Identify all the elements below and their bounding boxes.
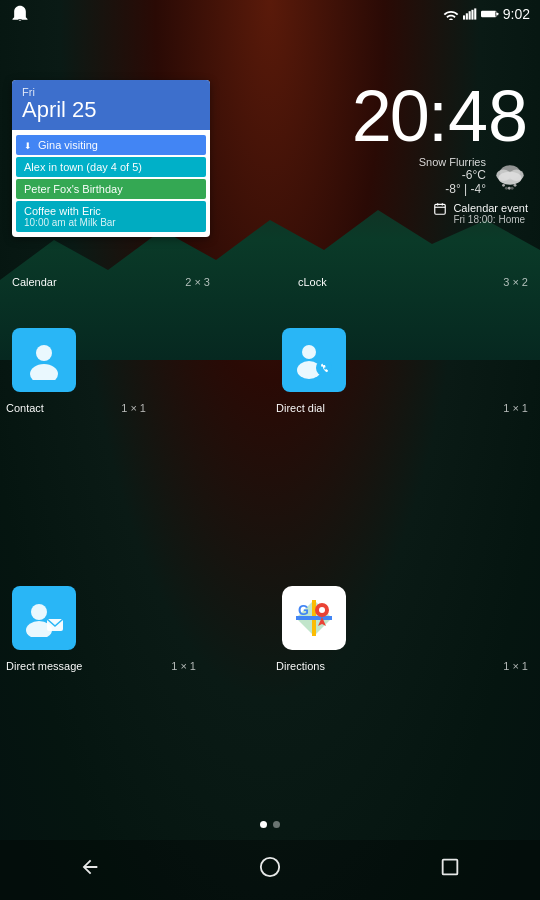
svg-rect-5: [481, 11, 496, 17]
clock-widget-label-row: cLock 3 × 2: [298, 276, 528, 288]
main-content: Fri April 25 ⬇ Gina visiting Alex in tow…: [0, 28, 540, 840]
clock-widget[interactable]: 20 : 48 Snow Flurries -6°C -8° | -4°: [352, 80, 528, 225]
calendar-label: Calendar: [12, 276, 57, 288]
clock-display: 20 : 48: [352, 80, 528, 152]
directions-label-row: Directions 1 × 1: [276, 660, 528, 672]
weather-condition: Snow Flurries: [419, 156, 486, 168]
svg-point-26: [31, 604, 47, 620]
clock-size: 3 × 2: [503, 276, 528, 288]
direct-dial-size: 1 × 1: [503, 402, 528, 414]
temp-value: -6°C: [462, 168, 486, 182]
person-message-icon: [23, 599, 65, 637]
svg-point-12: [502, 184, 505, 187]
svg-point-33: [319, 607, 325, 613]
clock-colon: :: [428, 80, 448, 152]
svg-point-15: [505, 187, 508, 190]
directions-widget-container[interactable]: G: [282, 586, 346, 650]
event-1-icon: ⬇: [24, 141, 32, 151]
person-icon: [24, 340, 64, 380]
svg-point-23: [302, 345, 316, 359]
weather-temp: -6°C: [419, 168, 486, 182]
notification-icon: [10, 4, 30, 24]
svg-point-11: [498, 172, 521, 185]
status-icons: 9:02: [443, 6, 530, 22]
direct-message-icon[interactable]: [12, 586, 76, 650]
event-4-title: Coffee with Eric: [24, 205, 198, 217]
direct-message-widget-container[interactable]: [12, 586, 76, 650]
calendar-event-3[interactable]: Peter Fox's Birthday: [16, 179, 206, 199]
svg-text:G: G: [298, 602, 309, 618]
clock-calendar-event: Calendar event Fri 18:00: Home: [352, 202, 528, 225]
weather-row: Snow Flurries -6°C -8° | -4°: [352, 156, 528, 196]
event-4-subtitle: 10:00 am at Milk Bar: [24, 217, 198, 228]
svg-point-16: [511, 187, 514, 190]
calendar-date: April 25: [22, 98, 200, 122]
svg-rect-17: [435, 204, 446, 214]
calendar-widget-label-row: Calendar 2 × 3: [12, 276, 210, 288]
calendar-event-1[interactable]: ⬇ Gina visiting: [16, 135, 206, 155]
clock-label: cLock: [298, 276, 327, 288]
status-bar: 9:02: [0, 0, 540, 28]
svg-point-13: [508, 187, 511, 190]
calendar-header: Fri April 25: [12, 80, 210, 130]
calendar-size: 2 × 3: [185, 276, 210, 288]
recent-apps-button[interactable]: [439, 856, 461, 884]
directions-icon[interactable]: G: [282, 586, 346, 650]
contact-size: 1 × 1: [121, 402, 146, 414]
directions-label: Directions: [276, 660, 325, 672]
event-3-title: Peter Fox's Birthday: [24, 183, 123, 195]
status-left: [10, 4, 30, 24]
directions-size: 1 × 1: [503, 660, 528, 672]
snow-cloud-icon: [492, 160, 528, 192]
direct-message-size: 1 × 1: [171, 660, 196, 672]
direct-message-label-row: Direct message 1 × 1: [6, 660, 196, 672]
svg-point-14: [514, 184, 517, 187]
contact-label: Contact: [6, 402, 44, 414]
clock-time: 9:02: [503, 6, 530, 22]
svg-rect-3: [471, 10, 473, 20]
contact-label-row: Contact 1 × 1: [6, 402, 146, 414]
event-1-title: Gina visiting: [38, 139, 98, 151]
weather-range: -8° | -4°: [419, 182, 486, 196]
svg-rect-4: [474, 8, 476, 19]
contact-icon[interactable]: [12, 328, 76, 392]
direct-dial-label: Direct dial: [276, 402, 325, 414]
weather-icon-area: [492, 160, 528, 192]
calendar-event-2[interactable]: Alex in town (day 4 of 5): [16, 157, 206, 177]
recent-apps-icon: [439, 856, 461, 878]
clock-event-text: Calendar event Fri 18:00: Home: [453, 202, 528, 225]
back-button[interactable]: [79, 856, 101, 884]
direct-dial-icon[interactable]: [282, 328, 346, 392]
person-phone-icon: [294, 340, 334, 380]
svg-rect-7: [495, 11, 496, 16]
navigation-bar: [0, 840, 540, 900]
svg-point-22: [30, 364, 58, 380]
direct-dial-label-row: Direct dial 1 × 1: [276, 402, 528, 414]
clock-event-subtitle: Fri 18:00: Home: [453, 214, 528, 225]
svg-point-34: [261, 858, 279, 876]
event-2-title: Alex in town (day 4 of 5): [24, 161, 142, 173]
svg-rect-2: [468, 11, 470, 19]
clock-minutes: 48: [448, 80, 528, 152]
clock-hours: 20: [352, 80, 428, 152]
svg-rect-0: [463, 15, 465, 19]
wifi-icon: [443, 8, 459, 20]
calendar-widget[interactable]: Fri April 25 ⬇ Gina visiting Alex in tow…: [12, 80, 210, 237]
clock-event-title: Calendar event: [453, 202, 528, 214]
calendar-event-4[interactable]: Coffee with Eric 10:00 am at Milk Bar: [16, 201, 206, 232]
back-icon: [79, 856, 101, 878]
svg-rect-1: [466, 13, 468, 19]
contact-widget-container[interactable]: [12, 328, 76, 392]
calendar-event-icon: [433, 202, 447, 216]
direct-dial-widget-container[interactable]: [282, 328, 346, 392]
maps-icon-svg: G: [292, 596, 336, 640]
home-button[interactable]: [259, 856, 281, 884]
signal-icon: [463, 8, 477, 20]
calendar-events-list: ⬇ Gina visiting Alex in town (day 4 of 5…: [12, 130, 210, 237]
home-circle-icon: [259, 856, 281, 878]
weather-text: Snow Flurries -6°C -8° | -4°: [419, 156, 486, 196]
svg-point-21: [36, 345, 52, 361]
battery-icon: [481, 8, 499, 20]
svg-rect-6: [496, 13, 498, 16]
direct-message-label: Direct message: [6, 660, 82, 672]
